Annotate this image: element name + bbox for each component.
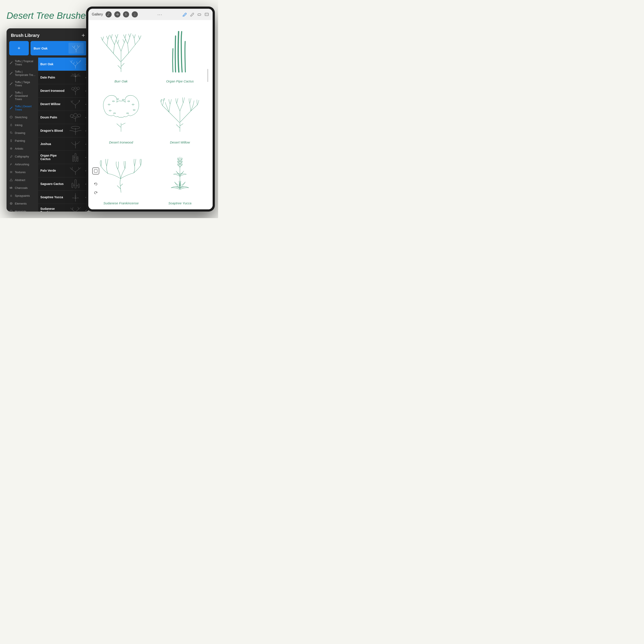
texture-icon	[9, 170, 13, 174]
sidebar-item-airbrushing[interactable]: Airbrushing	[7, 160, 38, 168]
sidebar-item-painting[interactable]: Painting	[7, 137, 38, 145]
sidebar-item-desert[interactable]: Toffu | Desert Trees	[7, 103, 38, 113]
svg-line-22	[10, 95, 12, 97]
sidebar-item-inking[interactable]: Inking	[7, 121, 38, 129]
circle-icon	[9, 115, 13, 119]
svg-line-114	[107, 39, 108, 46]
sidebar-item-materials[interactable]: Materials	[7, 207, 38, 212]
globe-icon	[9, 202, 13, 205]
eraser-tool-icon[interactable]	[197, 12, 202, 17]
smudge-icon[interactable]: S	[123, 11, 129, 17]
svg-line-151	[117, 124, 121, 127]
wrench-icon[interactable]	[106, 11, 112, 17]
svg-line-108	[113, 53, 121, 62]
svg-line-20	[10, 72, 12, 74]
svg-line-18	[77, 45, 78, 47]
selected-brush-preview	[68, 43, 84, 54]
svg-line-96	[70, 208, 72, 210]
bars-icon	[9, 186, 13, 190]
sidebar-item-drawing[interactable]: Drawing	[7, 129, 38, 137]
add-brush-set-button[interactable]: +	[82, 32, 85, 38]
canvas-scrollbar[interactable]	[207, 69, 208, 82]
category-label: Textures	[15, 171, 26, 174]
brush-preview	[67, 85, 84, 96]
sidebar-item-sketching[interactable]: Sketching	[7, 113, 38, 121]
svg-point-24	[10, 116, 12, 118]
brush-item-sudanese-frankincense[interactable]: Sudanese Frankincense	[38, 204, 89, 212]
svg-point-172	[181, 164, 182, 165]
svg-line-16	[74, 46, 75, 48]
svg-line-168	[120, 184, 123, 186]
svg-line-123	[118, 44, 121, 51]
svg-line-142	[118, 40, 119, 44]
undo-button[interactable]	[92, 181, 99, 188]
move-icon[interactable]	[132, 11, 138, 17]
sidebar-item-tropical[interactable]: Toffu | Tropical Trees	[7, 58, 38, 68]
sidebar-item-grassland[interactable]: Toffu | Grassland Trees	[7, 89, 38, 103]
brush-name: Saguaro Cactus	[40, 182, 67, 186]
new-brush-button[interactable]: +	[9, 41, 29, 55]
category-label: Abstract	[15, 178, 25, 182]
svg-rect-177	[94, 169, 97, 173]
sidebar-item-abstract[interactable]: Abstract	[7, 176, 38, 184]
gallery-button[interactable]: Gallery	[92, 12, 103, 16]
brush-item-joshua[interactable]: Joshua ✓	[38, 137, 89, 151]
layers-tool-icon[interactable]	[204, 12, 209, 17]
brush-item-saguaro-cactus[interactable]: Saguaro Cactus ✓	[38, 177, 89, 191]
svg-line-46	[71, 62, 73, 64]
svg-line-152	[121, 123, 125, 125]
brush-item-organ-pipe-cactus[interactable]: Organ Pipe Cactus ✓	[38, 151, 89, 164]
sidebar-item-spraypaints[interactable]: Spraypaints	[7, 192, 38, 200]
more-options-button[interactable]: ···	[157, 12, 162, 17]
spiral-icon	[9, 131, 13, 135]
ipad-frame: Gallery S ···	[86, 7, 215, 212]
svg-point-171	[178, 164, 179, 165]
brush-item-soaptree-yucca[interactable]: Soaptree Yucca ✓	[38, 191, 89, 204]
transform-button[interactable]	[92, 167, 99, 174]
svg-line-119	[135, 39, 140, 45]
svg-line-165	[177, 103, 180, 111]
svg-line-154	[176, 125, 180, 128]
svg-line-21	[10, 83, 12, 85]
brush-item-date-palm[interactable]: Date Palm ✓	[38, 71, 89, 84]
svg-line-121	[128, 37, 130, 44]
arrow-icon[interactable]	[114, 11, 120, 17]
brush2-icon	[9, 139, 13, 143]
brush-item-desert-willow[interactable]: Desert Willow ✓	[38, 97, 89, 111]
selected-brush-button[interactable]: Burr Oak	[31, 41, 87, 55]
svg-line-139	[123, 35, 125, 38]
svg-line-137	[128, 34, 130, 37]
brush-item-dragons-blood[interactable]: Dragon's Blood ✓	[38, 124, 89, 137]
category-label: Painting	[15, 139, 25, 142]
sidebar-item-artistic[interactable]: Artistic	[7, 145, 38, 152]
sidebar-item-temperate[interactable]: Toffu | Temperate Tre...	[7, 68, 38, 79]
svg-line-163	[190, 103, 191, 111]
category-label: Toffu | Tropical Trees	[15, 60, 36, 66]
svg-line-100	[108, 15, 108, 15]
brush-item-desert-ironwood[interactable]: Desert Ironwood ✓	[38, 84, 89, 97]
svg-marker-33	[10, 179, 12, 181]
smudge-tool-icon[interactable]	[190, 12, 194, 17]
svg-text:S: S	[125, 13, 127, 16]
svg-line-140	[125, 34, 126, 38]
brush-item-burr-oak[interactable]: Burr Oak	[38, 58, 89, 71]
sidebar-item-textures[interactable]: Textures	[7, 168, 38, 176]
svg-line-106	[118, 65, 121, 69]
tree-cell-desert-willow: Desert Willow	[152, 85, 208, 144]
category-list: Toffu | Tropical Trees Toffu | Temperate…	[7, 58, 38, 212]
sidebar-item-elements[interactable]: Elements	[7, 200, 38, 207]
sidebar-item-charcoals[interactable]: Charcoals	[7, 184, 38, 192]
svg-line-133	[138, 36, 140, 39]
brush-tool-icon[interactable]	[182, 12, 187, 17]
svg-line-94	[72, 210, 75, 212]
redo-button[interactable]	[92, 189, 99, 196]
brush-item-doum-palm[interactable]: Doum Palm ✓	[38, 111, 89, 124]
brush-name: Dragon's Blood	[40, 129, 67, 132]
sidebar-item-calligraphy[interactable]: Calligraphy	[7, 152, 38, 160]
brush-item-palo-verde[interactable]: Palo Verde ✓	[38, 164, 89, 177]
svg-line-132	[117, 34, 118, 38]
sidebar-item-taiga[interactable]: Toffu | Taiga Trees	[7, 79, 38, 89]
brush-check-icon: ✓	[85, 209, 87, 212]
tree-illustration-desert-ironwood	[93, 85, 149, 139]
brush-preview	[67, 139, 84, 149]
